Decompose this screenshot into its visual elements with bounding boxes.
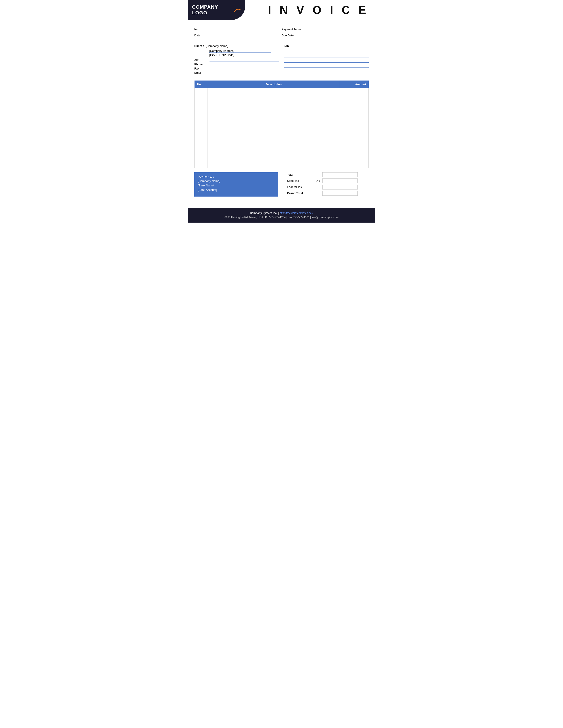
email-colon: : — [207, 71, 208, 74]
payment-company-name[interactable]: [Company Name] — [198, 179, 274, 183]
date-row: Date : Due Date : — [194, 33, 369, 38]
total-value[interactable] — [322, 172, 358, 177]
col-no: No — [194, 81, 208, 88]
state-tax-label: State Tax — [287, 179, 316, 182]
attn-label: Attn — [194, 58, 207, 62]
totals-section: Total State Tax 3% Federal Tax Grand Tot… — [278, 172, 369, 197]
fax-value[interactable] — [209, 67, 279, 70]
footer-line2: 8030 Harrington Rd, Miami, USA | Ph 555-… — [192, 215, 371, 220]
footer: Company System Inc. | http://freewordtem… — [188, 208, 375, 223]
no-left: No : — [194, 28, 282, 31]
fax-row: Fax : — [194, 67, 279, 70]
attn-colon: : — [207, 58, 208, 62]
col-description: Description — [208, 81, 340, 88]
table-cell-amount[interactable] — [340, 88, 369, 168]
state-tax-value[interactable] — [322, 178, 358, 183]
client-column: Client : [Company Name] [Company Address… — [194, 44, 279, 75]
phone-row: Phone : — [194, 62, 279, 66]
state-tax-pct: 3% — [316, 179, 322, 182]
table-row — [194, 88, 369, 168]
total-row: Total — [287, 172, 369, 177]
invoice-title-area: I N V O I C E — [245, 0, 375, 20]
invoice-title: I N V O I C E — [268, 3, 369, 17]
client-company-name[interactable]: [Company Name] — [206, 44, 267, 48]
footer-line1: Company System Inc. | http://freewordtem… — [192, 211, 371, 215]
payment-bank-account[interactable]: [Bank Account] — [198, 188, 274, 191]
table-header-row: No Description Amount — [194, 81, 369, 88]
job-value-3[interactable] — [284, 59, 369, 63]
date-left: Date : — [194, 34, 282, 37]
payment-terms-colon: : — [304, 28, 305, 31]
job-line1 — [284, 49, 369, 53]
footer-website[interactable]: http://freewordtemplates.net/ — [279, 212, 313, 215]
no-colon: : — [216, 28, 217, 31]
table-cell-description[interactable] — [208, 88, 340, 168]
due-date-colon: : — [304, 34, 305, 37]
email-row: Email : — [194, 71, 279, 74]
invoice-table: No Description Amount — [194, 81, 369, 168]
due-date-right: Due Date : — [282, 34, 369, 37]
grand-total-label: Grand Total — [287, 191, 316, 195]
due-date-label: Due Date — [282, 34, 304, 37]
client-city[interactable]: [City, ST, ZIP Code] — [209, 53, 271, 57]
email-label: Email — [194, 71, 207, 74]
header: COMPANY LOGO I N V O I C E — [188, 0, 375, 20]
job-value-2[interactable] — [284, 54, 369, 58]
logo-text: COMPANY LOGO — [192, 4, 234, 16]
federal-tax-label: Federal Tax — [287, 185, 316, 189]
logo-area: COMPANY LOGO — [188, 0, 245, 20]
job-column: Job : — [279, 44, 369, 75]
job-line2 — [284, 54, 369, 58]
federal-tax-row: Federal Tax — [287, 185, 369, 190]
footer-company: Company System Inc. — [250, 212, 277, 215]
job-value-4[interactable] — [284, 64, 369, 68]
logo-arc-icon — [234, 8, 241, 12]
client-job-section: Client : [Company Name] [Company Address… — [188, 41, 375, 78]
table-cell-no[interactable] — [194, 88, 208, 168]
state-tax-row: State Tax 3% — [287, 178, 369, 183]
col-amount: Amount — [340, 81, 369, 88]
job-value-1[interactable] — [284, 49, 369, 53]
date-label: Date — [194, 34, 216, 37]
total-label: Total — [287, 173, 316, 176]
grand-total-row: Grand Total — [287, 191, 369, 196]
payment-title: Payment to : — [198, 175, 274, 178]
date-colon: : — [216, 34, 217, 37]
fax-label: Fax — [194, 67, 207, 70]
payment-terms-right: Payment Terms : — [282, 28, 369, 31]
bottom-section: Payment to : [Company Name] [Bank Name] … — [188, 170, 375, 199]
email-value[interactable] — [209, 71, 279, 74]
job-line3 — [284, 59, 369, 63]
job-label: Job : — [284, 44, 291, 48]
attn-value[interactable] — [209, 58, 279, 62]
table-body — [194, 88, 369, 168]
phone-value[interactable] — [209, 62, 279, 66]
payment-box: Payment to : [Company Name] [Bank Name] … — [194, 172, 278, 197]
phone-label: Phone — [194, 63, 207, 66]
no-label: No — [194, 28, 216, 31]
client-company-address[interactable]: [Company Address] — [209, 49, 271, 53]
client-label: Client : — [194, 44, 204, 48]
federal-tax-value[interactable] — [322, 185, 358, 190]
no-row: No : Payment Terms : — [194, 26, 369, 32]
job-line4 — [284, 64, 369, 68]
payment-bank-name[interactable]: [Bank Name] — [198, 184, 274, 187]
phone-colon: : — [207, 63, 208, 66]
attn-row: Attn : — [194, 58, 279, 62]
info-section: No : Payment Terms : Date : Due Date : — [188, 24, 375, 41]
grand-total-value[interactable] — [322, 191, 358, 196]
table-header: No Description Amount — [194, 81, 369, 88]
fax-colon: : — [207, 67, 208, 70]
payment-terms-label: Payment Terms — [282, 28, 304, 31]
